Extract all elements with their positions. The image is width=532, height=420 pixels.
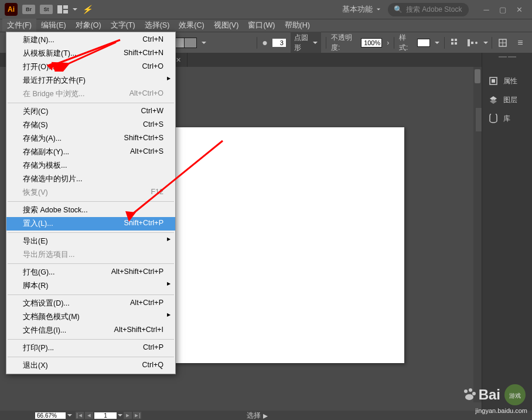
style-swatch[interactable] xyxy=(417,39,430,47)
menu-item-label: 文档颜色模式(M) xyxy=(23,312,80,322)
stock-icon[interactable]: St xyxy=(40,5,53,14)
bridge-icon[interactable]: Br xyxy=(22,5,35,14)
menu-item-row: 导出所选项目... xyxy=(6,248,175,262)
panel-label: 属性 xyxy=(503,76,517,86)
search-placeholder: 搜索 Adobe Stock xyxy=(406,5,462,15)
menu-item-row[interactable]: 存储(S)Ctrl+S xyxy=(6,118,175,132)
search-icon: 🔍 xyxy=(394,5,403,13)
menu-effect[interactable]: 效果(C) xyxy=(174,19,209,32)
stroke-profile-dropdown[interactable]: 点圆形 xyxy=(291,32,321,54)
scrollbar-thumb[interactable] xyxy=(475,69,480,83)
menu-type[interactable]: 文字(T) xyxy=(106,19,140,32)
menu-file[interactable]: 文件(F) xyxy=(2,19,36,32)
opacity-input[interactable]: 100% xyxy=(361,38,382,48)
gpu-icon[interactable]: ⚡ xyxy=(82,5,92,14)
menu-item-row[interactable]: 文档颜色模式(M) xyxy=(6,310,175,324)
close-button[interactable]: ✕ xyxy=(511,4,527,15)
svg-rect-3 xyxy=(451,39,453,41)
app-icon: Ai xyxy=(5,3,18,16)
panel-collapse-button[interactable] xyxy=(476,108,482,131)
artboard-chev-icon[interactable] xyxy=(118,414,122,416)
separator xyxy=(444,37,445,49)
panel-handle-icon[interactable] xyxy=(499,56,516,59)
opacity-arrow-icon[interactable]: › xyxy=(387,39,389,47)
svg-rect-7 xyxy=(468,39,470,46)
arrange-docs-icon[interactable] xyxy=(57,5,68,14)
menu-item-shortcut: Alt+Ctrl+O xyxy=(129,89,163,99)
svg-rect-8 xyxy=(471,42,473,44)
align-icon[interactable] xyxy=(448,36,462,50)
panel-properties[interactable]: 属性 xyxy=(482,72,532,90)
menu-edit[interactable]: 编辑(E) xyxy=(36,19,71,32)
menu-item-row[interactable]: 打印(P)...Ctrl+P xyxy=(6,341,175,355)
next-artboard-button[interactable]: ► xyxy=(124,412,132,419)
maximize-button[interactable]: ▢ xyxy=(495,4,511,15)
panel-layers[interactable]: 图层 xyxy=(482,90,532,109)
menu-item-row[interactable]: 文件信息(I)...Alt+Shift+Ctrl+I xyxy=(6,324,175,337)
zoom-chev-icon[interactable] xyxy=(67,414,72,416)
menu-item-row[interactable]: 存储副本(Y)...Alt+Ctrl+S xyxy=(6,145,175,159)
menu-item-row[interactable]: 导出(E) xyxy=(6,235,175,248)
svg-point-25 xyxy=(472,392,476,395)
menu-select[interactable]: 选择(S) xyxy=(140,19,175,32)
menu-item-label: 存储为模板... xyxy=(23,161,67,171)
watermark-brand: Bai xyxy=(479,387,500,403)
separator xyxy=(492,37,492,49)
style-chev-icon[interactable] xyxy=(435,42,439,44)
svg-point-26 xyxy=(465,394,473,400)
layers-icon xyxy=(488,94,499,105)
menu-item-row[interactable]: 搜索 Adobe Stock... xyxy=(6,204,175,217)
menu-item-row[interactable]: 存储为模板... xyxy=(6,159,175,172)
shape-chev-icon[interactable] xyxy=(483,42,488,44)
properties-icon xyxy=(488,76,499,86)
menu-item-row[interactable]: 置入(L)...Shift+Ctrl+P xyxy=(6,217,175,231)
menu-item-shortcut: Alt+Shift+Ctrl+P xyxy=(111,267,163,277)
last-artboard-button[interactable]: ►| xyxy=(133,412,141,419)
menu-item-row[interactable]: 存储选中的切片... xyxy=(6,172,175,186)
transform-icon[interactable] xyxy=(496,36,510,50)
options-menu-icon[interactable]: ≡ xyxy=(513,36,527,50)
status-bar: 66.67% |◄ ◄ 1 ► ►| 选择 ▸ xyxy=(0,411,532,420)
svg-rect-6 xyxy=(455,42,457,45)
menu-help[interactable]: 帮助(H) xyxy=(280,19,315,32)
swatch-chev-icon[interactable] xyxy=(202,42,206,44)
menu-item-shortcut: Alt+Ctrl+S xyxy=(130,147,163,157)
style-label: 样式: xyxy=(399,33,412,53)
menu-item-row[interactable]: 退出(X)Ctrl+Q xyxy=(6,359,175,372)
first-artboard-button[interactable]: |◄ xyxy=(76,412,84,419)
tab-close-icon[interactable]: ✕ xyxy=(176,56,181,64)
menu-item-label: 退出(X) xyxy=(23,361,48,371)
menu-item-row[interactable]: 脚本(R) xyxy=(6,279,175,293)
menu-item-row[interactable]: 关闭(C)Ctrl+W xyxy=(6,105,175,118)
menu-view[interactable]: 视图(V) xyxy=(209,19,244,32)
search-stock-field[interactable]: 🔍 搜索 Adobe Stock xyxy=(388,3,469,16)
menu-item-row[interactable]: 最近打开的文件(F) xyxy=(6,74,175,87)
menu-item-row[interactable]: 打开(O)...Ctrl+O xyxy=(6,60,175,74)
stroke-pt-input[interactable]: 3 xyxy=(272,39,286,47)
menu-item-row[interactable]: 新建(N)...Ctrl+N xyxy=(6,33,175,47)
shape-mode-icon[interactable] xyxy=(466,36,480,50)
paw-icon xyxy=(462,388,476,402)
svg-rect-1 xyxy=(63,5,68,9)
menu-object[interactable]: 对象(O) xyxy=(71,19,106,32)
menu-item-row[interactable]: 从模板新建(T)...Shift+Ctrl+N xyxy=(6,47,175,60)
menu-item-label: 恢复(V) xyxy=(23,188,48,198)
menu-window[interactable]: 窗口(W) xyxy=(243,19,279,32)
svg-text:游戏: 游戏 xyxy=(509,392,521,399)
prev-artboard-button[interactable]: ◄ xyxy=(85,412,93,419)
artboard[interactable] xyxy=(159,127,404,363)
minimize-button[interactable]: ─ xyxy=(478,4,495,15)
menu-item-label: 搜索 Adobe Stock... xyxy=(23,205,88,215)
svg-rect-14 xyxy=(492,79,495,83)
menu-item-shortcut: F12 xyxy=(151,188,163,198)
menu-item-row[interactable]: 存储为(A)...Shift+Ctrl+S xyxy=(6,132,175,145)
arrange-chevron-icon[interactable] xyxy=(73,8,77,11)
panel-libraries[interactable]: 库 xyxy=(482,109,532,128)
zoom-input[interactable]: 66.67% xyxy=(35,412,66,419)
status-chev-icon[interactable]: ▸ xyxy=(263,410,268,421)
separator xyxy=(394,37,394,49)
artboard-input[interactable]: 1 xyxy=(94,412,117,419)
menu-item-row[interactable]: 文档设置(D)...Alt+Ctrl+P xyxy=(6,297,175,310)
workspace-switcher[interactable]: 基本功能 xyxy=(336,2,383,17)
menu-item-row[interactable]: 打包(G)...Alt+Shift+Ctrl+P xyxy=(6,266,175,279)
